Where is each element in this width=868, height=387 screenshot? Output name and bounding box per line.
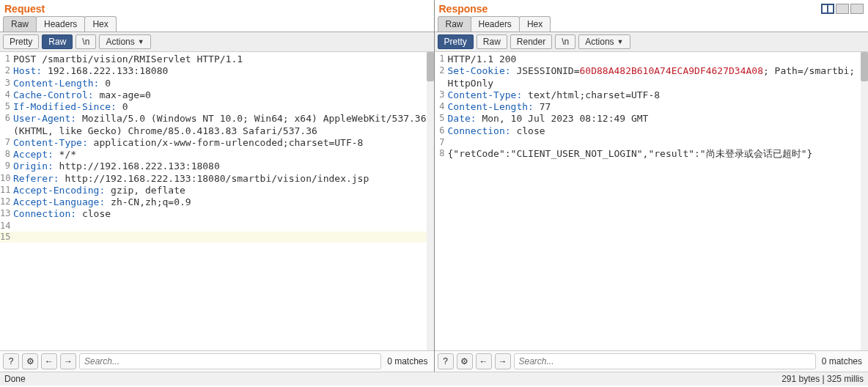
line-number: 1 [0, 54, 13, 65]
code-line[interactable]: 3Content-Length: 0 [0, 78, 434, 89]
code-line[interactable]: 4Content-Length: 77 [435, 101, 869, 113]
actions-dropdown[interactable]: Actions ▼ [99, 34, 150, 49]
layout-columns-icon[interactable] [821, 4, 834, 14]
status-right: 291 bytes | 325 millis [781, 374, 864, 384]
arrow-right-icon[interactable]: → [60, 353, 76, 369]
gear-icon[interactable]: ⚙ [457, 353, 473, 369]
search-input[interactable] [79, 353, 381, 369]
code-line[interactable]: 6Connection: close [435, 125, 869, 137]
line-text: Content-Type: text/html;charset=UTF-8 [448, 89, 869, 101]
code-line[interactable]: 15 [0, 232, 434, 243]
code-line[interactable]: 1HTTP/1.1 200 [435, 54, 869, 65]
code-line[interactable]: 11Accept-Encoding: gzip, deflate [0, 185, 434, 196]
response-panel: Response Raw Headers Hex Pretty Raw Rend… [435, 0, 869, 372]
tab-headers[interactable]: Headers [471, 16, 520, 32]
layout-single-icon[interactable] [850, 4, 864, 14]
line-number: 8 [0, 149, 13, 161]
line-text [13, 232, 434, 243]
layout-rows-icon[interactable] [836, 4, 849, 14]
line-text: Set-Cookie: JSESSIONID=60D88A482B610A74E… [448, 65, 869, 89]
line-text: Date: Mon, 10 Jul 2023 08:12:49 GMT [448, 113, 869, 125]
code-line[interactable]: 7Content-Type: application/x-www-form-ur… [0, 137, 434, 149]
code-line[interactable]: 10Referer: http://192.168.222.133:18080/… [0, 173, 434, 185]
render-button[interactable]: Render [510, 34, 552, 49]
layout-switcher [821, 4, 864, 14]
pretty-button[interactable]: Pretty [438, 34, 474, 49]
actions-label: Actions [106, 37, 134, 47]
response-bottombar: ? ⚙ ← → 0 matches [435, 350, 869, 372]
code-line[interactable]: 9Origin: http://192.168.222.133:18080 [0, 161, 434, 172]
line-text: Content-Type: application/x-www-form-url… [13, 137, 434, 149]
line-text: Cache-Control: max-age=0 [13, 89, 434, 101]
line-number: 10 [0, 173, 13, 185]
line-text: HTTP/1.1 200 [448, 54, 869, 65]
line-number: 2 [435, 65, 448, 89]
code-line[interactable]: 8{"retCode":"CLIENT_USER_NOT_LOGIN","res… [435, 148, 869, 160]
line-number: 6 [435, 125, 448, 137]
tab-hex[interactable]: Hex [519, 16, 551, 32]
request-panel: Request Raw Headers Hex Pretty Raw \n Ac… [0, 0, 435, 372]
help-icon[interactable]: ? [3, 353, 19, 369]
code-line[interactable]: 6User-Agent: Mozilla/5.0 (Windows NT 10.… [0, 113, 434, 137]
line-text: Content-Length: 0 [13, 78, 434, 89]
request-title: Request [4, 3, 45, 15]
search-input[interactable] [514, 353, 816, 369]
line-number: 6 [0, 113, 13, 137]
tab-raw[interactable]: Raw [3, 16, 37, 32]
help-icon[interactable]: ? [438, 353, 454, 369]
raw-button[interactable]: Raw [477, 34, 507, 49]
arrow-left-icon[interactable]: ← [41, 353, 57, 369]
line-number: 4 [0, 89, 13, 101]
chevron-down-icon: ▼ [138, 38, 144, 45]
request-content[interactable]: 1POST /smartbi/vision/RMIServlet HTTP/1.… [0, 52, 434, 350]
actions-label: Actions [585, 37, 614, 47]
pretty-button[interactable]: Pretty [3, 34, 39, 49]
tab-headers[interactable]: Headers [36, 16, 85, 32]
actions-dropdown[interactable]: Actions ▼ [578, 34, 630, 49]
code-line[interactable]: 2Set-Cookie: JSESSIONID=60D88A482B610A74… [435, 65, 869, 89]
line-text: Referer: http://192.168.222.133:18080/sm… [13, 173, 434, 185]
code-line[interactable]: 3Content-Type: text/html;charset=UTF-8 [435, 89, 869, 101]
code-line[interactable]: 1POST /smartbi/vision/RMIServlet HTTP/1.… [0, 54, 434, 65]
gear-icon[interactable]: ⚙ [22, 353, 38, 369]
code-line[interactable]: 5If-Modified-Since: 0 [0, 101, 434, 113]
response-content[interactable]: 1HTTP/1.1 2002Set-Cookie: JSESSIONID=60D… [435, 52, 869, 350]
match-count: 0 matches [384, 356, 430, 366]
code-line[interactable]: 4Cache-Control: max-age=0 [0, 89, 434, 101]
request-header: Request [0, 0, 434, 16]
newline-button[interactable]: \n [555, 34, 575, 49]
code-line[interactable]: 12Accept-Language: zh-CN,zh;q=0.9 [0, 196, 434, 208]
line-text: Accept-Language: zh-CN,zh;q=0.9 [13, 196, 434, 208]
code-line[interactable]: 8Accept: */* [0, 149, 434, 161]
line-number: 14 [0, 221, 13, 232]
line-number: 4 [435, 101, 448, 113]
line-text: {"retCode":"CLIENT_USER_NOT_LOGIN","resu… [448, 148, 869, 160]
line-number: 9 [0, 161, 13, 172]
arrow-left-icon[interactable]: ← [476, 353, 492, 369]
scrollbar-thumb[interactable] [861, 52, 868, 81]
tab-raw[interactable]: Raw [438, 16, 471, 32]
arrow-right-icon[interactable]: → [495, 353, 511, 369]
line-number: 13 [0, 208, 13, 220]
scrollbar-thumb[interactable] [427, 52, 434, 81]
line-text: Host: 192.168.222.133:18080 [13, 65, 434, 77]
line-text [13, 221, 434, 232]
request-bottombar: ? ⚙ ← → 0 matches [0, 350, 434, 372]
response-maintabs: Raw Headers Hex [435, 16, 869, 32]
line-number: 12 [0, 196, 13, 208]
chevron-down-icon: ▼ [617, 38, 624, 45]
code-line[interactable]: 13Connection: close [0, 208, 434, 220]
code-line[interactable]: 7 [435, 137, 869, 148]
line-number: 1 [435, 54, 448, 65]
raw-button[interactable]: Raw [42, 34, 73, 49]
code-line[interactable]: 2Host: 192.168.222.133:18080 [0, 65, 434, 77]
scrollbar-track[interactable] [427, 52, 434, 350]
code-line[interactable]: 5Date: Mon, 10 Jul 2023 08:12:49 GMT [435, 113, 869, 125]
tab-hex[interactable]: Hex [84, 16, 116, 32]
line-number: 5 [435, 113, 448, 125]
scrollbar-track[interactable] [861, 52, 868, 350]
code-line[interactable]: 14 [0, 221, 434, 232]
main-container: Request Raw Headers Hex Pretty Raw \n Ac… [0, 0, 868, 372]
request-maintabs: Raw Headers Hex [0, 16, 434, 32]
newline-button[interactable]: \n [76, 34, 96, 49]
